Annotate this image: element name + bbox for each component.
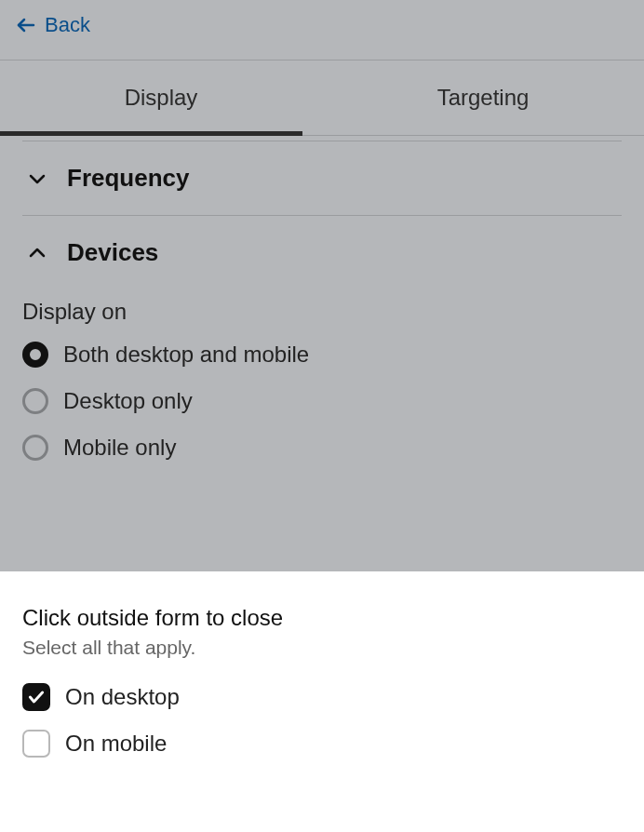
radio-icon — [22, 435, 48, 461]
radio-label: Desktop only — [63, 388, 193, 414]
sheet-title: Click outside form to close — [22, 605, 622, 631]
devices-title: Devices — [67, 238, 158, 267]
bottom-sheet: Click outside form to close Select all t… — [0, 571, 644, 832]
checkbox-group: On desktop On mobile — [22, 683, 622, 758]
section-devices-toggle[interactable]: Devices — [22, 216, 622, 289]
back-label: Back — [45, 13, 90, 37]
radio-label: Mobile only — [63, 435, 176, 461]
tab-indicator — [0, 131, 302, 136]
checkbox-label: On desktop — [65, 684, 180, 710]
chevron-up-icon — [26, 242, 48, 264]
chevron-down-icon — [26, 168, 48, 190]
content: Frequency Devices Display on Both deskto… — [0, 141, 644, 487]
checkbox-on-desktop[interactable]: On desktop — [22, 683, 622, 711]
checkbox-icon — [22, 730, 50, 758]
checkbox-icon — [22, 683, 50, 711]
frequency-title: Frequency — [67, 164, 190, 193]
radio-both[interactable]: Both desktop and mobile — [22, 342, 622, 368]
radio-icon — [22, 388, 48, 414]
radio-desktop-only[interactable]: Desktop only — [22, 388, 622, 414]
tab-display[interactable]: Display — [0, 60, 322, 135]
tab-targeting[interactable]: Targeting — [322, 60, 644, 135]
arrow-left-icon — [15, 14, 37, 36]
radio-mobile-only[interactable]: Mobile only — [22, 435, 622, 461]
header-back[interactable]: Back — [0, 0, 644, 60]
radio-label: Both desktop and mobile — [63, 342, 309, 368]
radio-icon — [22, 342, 48, 368]
checkbox-on-mobile[interactable]: On mobile — [22, 730, 622, 758]
sheet-subtitle: Select all that apply. — [22, 637, 622, 659]
display-on-label: Display on — [22, 289, 622, 342]
radio-group-display-on: Both desktop and mobile Desktop only Mob… — [22, 342, 622, 487]
checkbox-label: On mobile — [65, 731, 167, 757]
tabs: Display Targeting — [0, 60, 644, 136]
section-frequency-toggle[interactable]: Frequency — [22, 141, 622, 216]
